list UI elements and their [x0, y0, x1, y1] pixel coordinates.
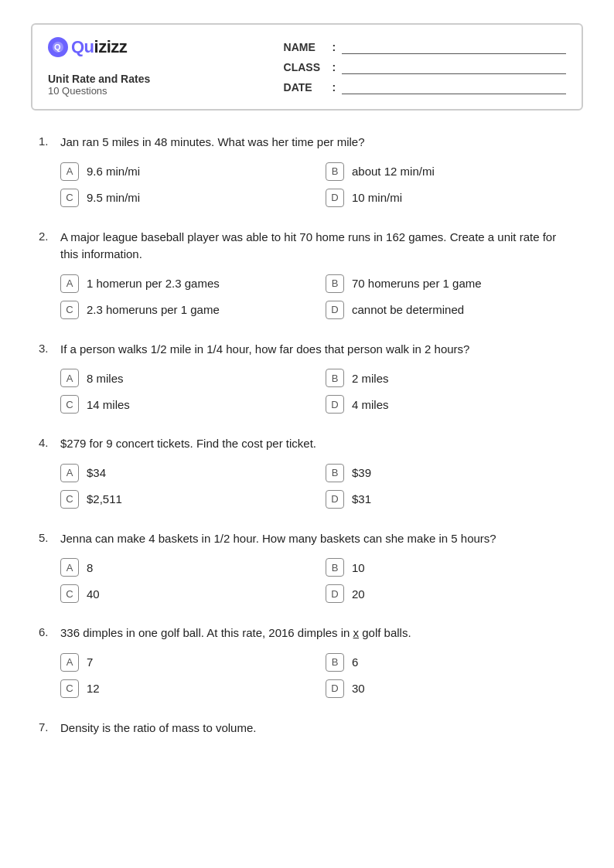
- option-label-a: A: [60, 369, 79, 387]
- option-text-6-c: 12: [87, 682, 100, 695]
- option-text-3-c: 14 miles: [87, 398, 130, 411]
- question-3-text: If a person walks 1/2 mile in 1/4 hour, …: [60, 341, 575, 359]
- question-3-options: A8 milesB2 milesC14 milesD4 miles: [39, 369, 575, 414]
- header-box: Q Quizizz Unit Rate and Rates 10 Questio…: [31, 23, 583, 111]
- logo: Q Quizizz: [48, 37, 284, 57]
- option-label-a: A: [60, 464, 79, 482]
- option-label-c: C: [60, 301, 79, 319]
- question-2-options: A1 homerun per 2.3 gamesB70 homeruns per…: [39, 274, 575, 319]
- logo-text: Quizizz: [71, 37, 127, 57]
- question-6-option-d[interactable]: D30: [326, 679, 575, 698]
- option-text-5-c: 40: [87, 587, 100, 601]
- option-text-1-b: about 12 min/mi: [352, 165, 435, 178]
- option-text-2-d: cannot be determined: [352, 303, 464, 316]
- question-4-number: 4.: [39, 435, 60, 449]
- question-3-option-b[interactable]: B2 miles: [326, 369, 575, 387]
- option-label-c: C: [60, 189, 79, 207]
- question-5-option-d[interactable]: D20: [326, 584, 575, 603]
- question-5-number: 5.: [39, 530, 60, 544]
- question-3-option-d[interactable]: D4 miles: [326, 395, 575, 414]
- question-6-options: A7B6C12D30: [39, 653, 575, 698]
- option-label-b: B: [326, 558, 344, 577]
- option-text-3-a: 8 miles: [87, 372, 124, 385]
- question-2-option-b[interactable]: B70 homeruns per 1 game: [326, 274, 575, 293]
- question-4-option-d[interactable]: D$31: [326, 490, 575, 509]
- question-4-option-b[interactable]: B$39: [326, 464, 575, 482]
- question-1-option-c[interactable]: C9.5 min/mi: [60, 189, 310, 207]
- question-4-option-a[interactable]: A$34: [60, 464, 310, 482]
- question-1-option-d[interactable]: D10 min/mi: [326, 189, 575, 207]
- name-input-line[interactable]: [342, 40, 566, 54]
- question-2-number: 2.: [39, 229, 60, 243]
- question-1-text: Jan ran 5 miles in 48 minutes. What was …: [60, 134, 575, 151]
- question-6-option-a[interactable]: A7: [60, 653, 310, 672]
- quizizz-icon: Q: [48, 37, 68, 57]
- question-3-option-c[interactable]: C14 miles: [60, 395, 310, 414]
- question-1-option-b[interactable]: Babout 12 min/mi: [326, 162, 575, 181]
- question-1-option-a[interactable]: A9.6 min/mi: [60, 162, 310, 181]
- option-text-4-c: $2,511: [87, 492, 122, 505]
- question-3-option-a[interactable]: A8 miles: [60, 369, 310, 387]
- option-label-d: D: [326, 490, 344, 509]
- option-label-c: C: [60, 490, 79, 509]
- header-right: NAME : CLASS : DATE :: [284, 37, 566, 94]
- question-7-text: Density is the ratio of mass to volume.: [60, 720, 575, 737]
- option-label-d: D: [326, 679, 344, 698]
- question-3-number: 3.: [39, 341, 60, 355]
- option-label-a: A: [60, 274, 79, 293]
- option-label-c: C: [60, 584, 79, 603]
- question-5-options: A8B10C40D20: [39, 558, 575, 603]
- option-text-6-a: 7: [87, 655, 93, 669]
- question-2: 2.A major league baseball player was abl…: [39, 229, 575, 319]
- option-label-a: A: [60, 558, 79, 577]
- question-2-option-c[interactable]: C2.3 homeruns per 1 game: [60, 301, 310, 319]
- name-label: NAME: [284, 41, 326, 53]
- question-3-header: 3.If a person walks 1/2 mile in 1/4 hour…: [39, 341, 575, 359]
- question-7: 7.Density is the ratio of mass to volume…: [39, 720, 575, 737]
- question-1-number: 1.: [39, 134, 60, 148]
- option-label-b: B: [326, 369, 344, 387]
- class-input-line[interactable]: [342, 60, 566, 74]
- question-4-header: 4.$279 for 9 concert tickets. Find the c…: [39, 435, 575, 453]
- question-6-option-c[interactable]: C12: [60, 679, 310, 698]
- question-4-text: $279 for 9 concert tickets. Find the cos…: [60, 435, 575, 453]
- option-text-4-b: $39: [352, 466, 371, 479]
- question-2-option-d[interactable]: Dcannot be determined: [326, 301, 575, 319]
- option-text-2-b: 70 homeruns per 1 game: [352, 277, 482, 290]
- question-4: 4.$279 for 9 concert tickets. Find the c…: [39, 435, 575, 509]
- quiz-title: Unit Rate and Rates: [48, 73, 284, 85]
- question-4-option-c[interactable]: C$2,511: [60, 490, 310, 509]
- option-text-3-b: 2 miles: [352, 372, 389, 385]
- option-label-b: B: [326, 274, 344, 293]
- option-label-d: D: [326, 584, 344, 603]
- question-5-option-b[interactable]: B10: [326, 558, 575, 577]
- question-5-option-c[interactable]: C40: [60, 584, 310, 603]
- question-5-option-a[interactable]: A8: [60, 558, 310, 577]
- option-text-1-c: 9.5 min/mi: [87, 191, 140, 204]
- questions-area: 1.Jan ran 5 miles in 48 minutes. What wa…: [31, 134, 583, 737]
- question-2-option-a[interactable]: A1 homerun per 2.3 games: [60, 274, 310, 293]
- option-label-c: C: [60, 395, 79, 414]
- question-4-options: A$34B$39C$2,511D$31: [39, 464, 575, 509]
- option-text-3-d: 4 miles: [352, 398, 389, 411]
- question-6-header: 6.336 dimples in one golf ball. At this …: [39, 625, 575, 642]
- class-label: CLASS: [284, 61, 326, 73]
- question-7-header: 7.Density is the ratio of mass to volume…: [39, 720, 575, 737]
- option-label-d: D: [326, 395, 344, 414]
- option-text-5-a: 8: [87, 561, 93, 574]
- option-label-b: B: [326, 162, 344, 181]
- question-3: 3.If a person walks 1/2 mile in 1/4 hour…: [39, 341, 575, 414]
- option-text-5-b: 10: [352, 561, 365, 574]
- option-text-5-d: 20: [352, 587, 365, 601]
- question-6: 6.336 dimples in one golf ball. At this …: [39, 625, 575, 698]
- question-2-text: A major league baseball player was able …: [60, 229, 575, 264]
- question-1: 1.Jan ran 5 miles in 48 minutes. What wa…: [39, 134, 575, 207]
- option-label-a: A: [60, 162, 79, 181]
- question-5-text: Jenna can make 4 baskets in 1/2 hour. Ho…: [60, 530, 575, 548]
- question-5-header: 5.Jenna can make 4 baskets in 1/2 hour. …: [39, 530, 575, 548]
- date-input-line[interactable]: [342, 80, 566, 94]
- header-left: Q Quizizz Unit Rate and Rates 10 Questio…: [48, 37, 284, 97]
- name-field-row: NAME :: [284, 40, 566, 54]
- option-label-b: B: [326, 464, 344, 482]
- question-6-option-b[interactable]: B6: [326, 653, 575, 672]
